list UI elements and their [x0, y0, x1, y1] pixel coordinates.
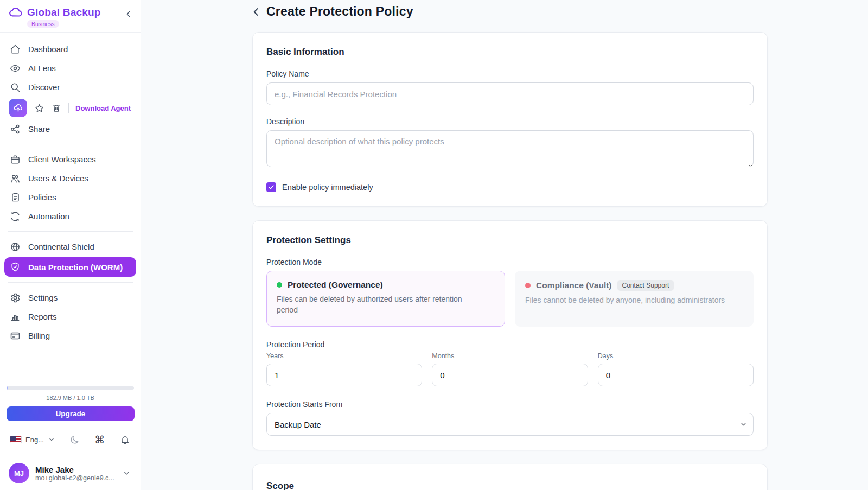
- storage-usage-bar: [7, 386, 134, 390]
- contact-support-badge: Contact Support: [617, 280, 674, 291]
- storage-usage-fill: [7, 386, 8, 390]
- section-title: Protection Settings: [266, 235, 754, 246]
- sidebar-item-label: AI Lens: [28, 63, 56, 73]
- back-button[interactable]: [251, 7, 261, 17]
- mode-option-compliance[interactable]: Compliance (Vault) Contact Support Files…: [515, 271, 754, 327]
- protection-starts-from-select[interactable]: Backup Date: [266, 413, 754, 436]
- notifications-button[interactable]: [119, 434, 131, 446]
- green-status-dot: [277, 282, 282, 288]
- shield-check-icon: [10, 262, 21, 272]
- sidebar-item-label: Data Protection (WORM): [28, 263, 123, 272]
- sidebar-item-label: Dashboard: [28, 44, 68, 54]
- agent-actions-row: Download Agent: [0, 97, 141, 119]
- page-title: Create Protection Policy: [266, 4, 413, 19]
- us-flag-icon: [10, 436, 22, 443]
- sidebar-item-data-protection-worm[interactable]: Data Protection (WORM): [4, 257, 136, 277]
- sidebar-item-dashboard[interactable]: Dashboard: [0, 40, 141, 59]
- sidebar-item-settings[interactable]: Settings: [0, 288, 141, 307]
- credit-card-icon: [10, 330, 21, 341]
- mode-name: Compliance (Vault): [536, 281, 612, 290]
- divider: [8, 282, 133, 283]
- mode-description: Files cannot be deleted by anyone, inclu…: [525, 295, 743, 306]
- sidebar-item-users-devices[interactable]: Users & Devices: [0, 169, 141, 188]
- plan-badge: Business: [27, 20, 59, 28]
- refresh-icon: [10, 211, 21, 222]
- sidebar-item-share[interactable]: Share: [0, 119, 141, 138]
- years-input[interactable]: [266, 364, 422, 386]
- backup-agent-button[interactable]: [9, 99, 27, 117]
- bar-chart-icon: [10, 311, 21, 322]
- months-input[interactable]: [432, 364, 588, 386]
- sidebar-item-discover[interactable]: Discover: [0, 78, 141, 97]
- sidebar-item-reports[interactable]: Reports: [0, 307, 141, 326]
- trash-icon[interactable]: [51, 103, 62, 113]
- language-label: Eng...: [25, 436, 44, 444]
- sidebar-item-label: Discover: [28, 82, 60, 92]
- sidebar-item-label: Share: [28, 124, 50, 133]
- command-shortcuts-button[interactable]: ⌘: [94, 434, 106, 446]
- section-title: Scope: [266, 481, 754, 490]
- eye-icon: [10, 63, 21, 74]
- section-title: Basic Information: [266, 47, 754, 58]
- description-textarea[interactable]: [266, 130, 754, 167]
- days-input[interactable]: [598, 364, 754, 386]
- storage-usage-text: 182.9 MB / 1.0 TB: [0, 394, 141, 401]
- globe-icon: [10, 241, 21, 252]
- language-selector[interactable]: Eng...: [10, 434, 55, 446]
- chevron-down-icon: [48, 434, 55, 446]
- sidebar-nav: Dashboard AI Lens Discover: [0, 33, 141, 345]
- policy-name-label: Policy Name: [266, 69, 754, 78]
- command-icon: ⌘: [94, 434, 105, 446]
- bell-icon: [120, 435, 130, 445]
- basic-information-card: Basic Information Policy Name Descriptio…: [252, 32, 768, 207]
- search-icon: [10, 82, 21, 93]
- dark-mode-toggle[interactable]: [68, 434, 80, 446]
- briefcase-icon: [10, 154, 21, 165]
- enable-policy-checkbox[interactable]: [266, 182, 276, 192]
- sidebar: Global Backup Business Dashboard AI Lens: [0, 0, 141, 490]
- months-label: Months: [432, 352, 588, 360]
- cloud-upload-icon: [13, 103, 23, 113]
- sidebar-item-label: Client Workspaces: [28, 155, 96, 164]
- home-icon: [10, 44, 21, 55]
- protection-settings-card: Protection Settings Protection Mode Prot…: [252, 220, 768, 450]
- cloud-logo-icon: [9, 5, 23, 20]
- user-menu[interactable]: MJ Mike Jake mo+global-c2@genie9.c...: [0, 456, 141, 490]
- sidebar-item-ai-lens[interactable]: AI Lens: [0, 59, 141, 78]
- sidebar-header: Global Backup Business: [0, 0, 141, 33]
- policy-name-input[interactable]: [266, 82, 754, 105]
- user-name: Mike Jake: [35, 465, 114, 474]
- utility-row: Eng... ⌘: [0, 431, 141, 448]
- sidebar-item-label: Billing: [28, 331, 50, 340]
- sidebar-item-label: Reports: [28, 312, 57, 321]
- star-icon[interactable]: [34, 103, 44, 113]
- sidebar-item-client-workspaces[interactable]: Client Workspaces: [0, 150, 141, 169]
- upgrade-button[interactable]: Upgrade: [7, 406, 135, 421]
- divider: [68, 103, 69, 113]
- enable-policy-label: Enable policy immediately: [282, 183, 373, 192]
- enable-policy-row: Enable policy immediately: [266, 182, 754, 192]
- share-icon: [10, 124, 21, 135]
- users-icon: [10, 173, 21, 184]
- sidebar-item-billing[interactable]: Billing: [0, 326, 141, 345]
- sidebar-item-label: Users & Devices: [28, 174, 88, 183]
- protection-mode-label: Protection Mode: [266, 258, 754, 266]
- protection-starts-from-label: Protection Starts From: [266, 400, 754, 409]
- sidebar-item-policies[interactable]: Policies: [0, 188, 141, 207]
- mode-option-governance[interactable]: Protected (Governance) Files can be dele…: [266, 271, 505, 327]
- page-header: Create Protection Policy: [141, 0, 868, 19]
- download-agent-link[interactable]: Download Agent: [75, 104, 131, 112]
- chevron-down-icon: [123, 469, 131, 478]
- sidebar-item-automation[interactable]: Automation: [0, 207, 141, 226]
- divider: [8, 144, 133, 144]
- sidebar-collapse-button[interactable]: [124, 10, 133, 18]
- app-window: Global Backup Business Dashboard AI Lens: [0, 0, 868, 490]
- divider: [8, 231, 133, 232]
- description-label: Description: [266, 117, 754, 126]
- sidebar-item-continental-shield[interactable]: Continental Shield: [0, 237, 141, 256]
- sidebar-item-label: Automation: [28, 212, 69, 221]
- main-content: Create Protection Policy Basic Informati…: [141, 0, 868, 490]
- mode-name: Protected (Governance): [288, 280, 383, 290]
- red-status-dot: [525, 283, 531, 288]
- gear-icon: [10, 292, 21, 303]
